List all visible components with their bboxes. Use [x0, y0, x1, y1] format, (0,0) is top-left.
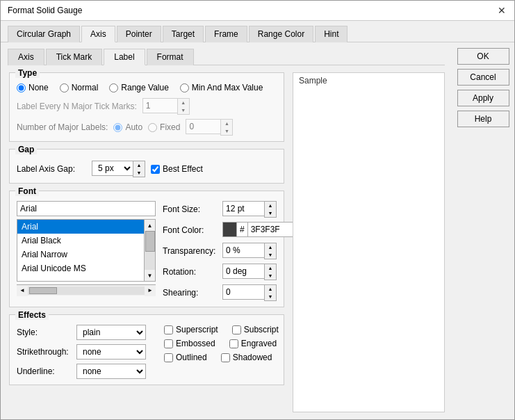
- tab-circular-graph[interactable]: Circular Graph: [8, 26, 80, 42]
- font-scroll-down[interactable]: ▼: [145, 270, 156, 281]
- underline-row: Underline: none single double: [17, 364, 156, 379]
- tab-axis[interactable]: Axis: [81, 26, 115, 42]
- fixed-value-down[interactable]: ▼: [221, 127, 232, 135]
- best-effect-label[interactable]: Best Effect: [151, 164, 220, 174]
- ok-button[interactable]: OK: [457, 48, 509, 65]
- font-size-input[interactable]: [222, 201, 264, 216]
- sub-tab-axis[interactable]: Axis: [8, 49, 44, 65]
- tab-target[interactable]: Target: [163, 26, 204, 42]
- font-area: Arial Arial Black Arial Narrow Arial Uni…: [17, 201, 277, 301]
- radio-range-value-input[interactable]: [109, 83, 118, 92]
- superscript-checkbox[interactable]: [164, 325, 173, 334]
- rotation-down[interactable]: ▼: [265, 272, 276, 280]
- font-size-up[interactable]: ▲: [265, 202, 276, 209]
- fixed-value-input[interactable]: [186, 119, 220, 134]
- radio-min-max-input[interactable]: [180, 83, 189, 92]
- check-row-3: Outlined Shadowed: [164, 353, 279, 362]
- transparency-down[interactable]: ▼: [265, 251, 276, 259]
- sample-label: Sample: [293, 73, 444, 88]
- shearing-up[interactable]: ▲: [265, 285, 276, 293]
- superscript-label[interactable]: Superscript: [164, 325, 218, 334]
- font-item-arial-unicode[interactable]: Arial Unicode MS: [17, 261, 144, 275]
- shearing-input[interactable]: [222, 284, 264, 300]
- embossed-label[interactable]: Embossed: [164, 339, 215, 348]
- side-buttons: OK Cancel Apply Help: [452, 42, 514, 419]
- check-row-1: Superscript Subscript: [164, 325, 279, 334]
- gap-down[interactable]: ▼: [133, 169, 145, 177]
- radio-none[interactable]: None: [17, 83, 49, 92]
- subscript-label[interactable]: Subscript: [232, 325, 279, 334]
- gap-section: Gap Label Axis Gap: 5 px 10 px 15 px: [9, 149, 284, 184]
- radio-auto-input[interactable]: [113, 123, 122, 132]
- rotation-spinners: ▲ ▼: [264, 264, 277, 280]
- font-color-swatch[interactable]: [222, 222, 236, 237]
- radio-range-value[interactable]: Range Value: [109, 83, 169, 92]
- sub-tab-format[interactable]: Format: [147, 49, 194, 65]
- cancel-button[interactable]: Cancel: [457, 69, 509, 86]
- effects-section-title: Effects: [15, 310, 49, 320]
- radio-auto[interactable]: Auto: [113, 122, 142, 132]
- tab-frame[interactable]: Frame: [205, 26, 247, 42]
- embossed-checkbox[interactable]: [164, 339, 173, 348]
- font-hscroll-right[interactable]: ►: [145, 285, 156, 296]
- font-name-input[interactable]: [17, 201, 156, 216]
- font-item-arial[interactable]: Arial: [17, 220, 144, 234]
- label-every-down[interactable]: ▼: [178, 106, 189, 114]
- radio-fixed[interactable]: Fixed: [148, 122, 180, 132]
- font-hscroll-left[interactable]: ◄: [17, 285, 28, 296]
- font-size-down[interactable]: ▼: [265, 209, 276, 217]
- font-section: Font Arial Arial Black Arial Narrow Ari: [9, 191, 284, 307]
- font-item-arial-narrow[interactable]: Arial Narrow: [17, 248, 144, 261]
- tab-range-color[interactable]: Range Color: [249, 26, 313, 42]
- font-color-hash: #: [236, 222, 247, 237]
- outlined-checkbox[interactable]: [164, 353, 173, 362]
- shearing-down[interactable]: ▼: [265, 293, 276, 300]
- underline-select[interactable]: none single double: [76, 364, 146, 379]
- subscript-checkbox[interactable]: [232, 325, 241, 334]
- fixed-value-up[interactable]: ▲: [221, 120, 232, 127]
- font-color-label: Font Color:: [163, 225, 218, 235]
- rotation-up[interactable]: ▲: [265, 264, 276, 272]
- engraved-label[interactable]: Engraved: [229, 339, 277, 348]
- transparency-label: Transparency:: [163, 246, 218, 256]
- radio-normal-input[interactable]: [60, 83, 69, 92]
- style-select[interactable]: plain bold italic bold italic: [76, 325, 146, 340]
- rotation-input[interactable]: [222, 264, 264, 279]
- shearing-input-group: ▲ ▼: [222, 284, 277, 301]
- font-item-arial-black[interactable]: Arial Black: [17, 234, 144, 248]
- label-every-up[interactable]: ▲: [178, 99, 189, 106]
- radio-fixed-input[interactable]: [148, 123, 157, 132]
- font-scroll-up[interactable]: ▲: [145, 220, 156, 231]
- shadowed-checkbox[interactable]: [221, 353, 230, 362]
- radio-normal[interactable]: Normal: [60, 83, 99, 92]
- font-color-hex-input[interactable]: [247, 222, 293, 237]
- label-every-input[interactable]: [142, 98, 177, 113]
- strikethrough-select[interactable]: none single double: [76, 344, 146, 360]
- sub-tab-label[interactable]: Label: [104, 49, 145, 65]
- font-hscroll-track[interactable]: [28, 286, 145, 295]
- outlined-label[interactable]: Outlined: [164, 353, 207, 362]
- font-list: Arial Arial Black Arial Narrow Arial Uni…: [17, 220, 144, 281]
- best-effect-checkbox[interactable]: [151, 165, 160, 174]
- rotation-input-group: ▲ ▼: [222, 264, 277, 280]
- engraved-checkbox[interactable]: [229, 339, 238, 348]
- font-color-input-group: # ▲ ▼: [222, 222, 293, 239]
- font-size-label: Font Size:: [163, 204, 218, 214]
- shadowed-label[interactable]: Shadowed: [221, 353, 272, 362]
- help-button[interactable]: Help: [457, 111, 509, 127]
- sub-tab-tick-mark[interactable]: Tick Mark: [46, 49, 103, 65]
- transparency-up[interactable]: ▲: [265, 243, 276, 251]
- radio-min-max[interactable]: Min And Max Value: [180, 83, 263, 92]
- tab-hint[interactable]: Hint: [315, 26, 348, 42]
- font-scroll-track[interactable]: [145, 231, 155, 270]
- font-hscrollbar[interactable]: ◄ ►: [17, 284, 156, 296]
- transparency-input[interactable]: [222, 243, 264, 258]
- apply-button[interactable]: Apply: [457, 90, 509, 106]
- font-size-spinners: ▲ ▼: [264, 201, 277, 218]
- font-properties: Font Size: ▲ ▼: [163, 201, 293, 301]
- close-button[interactable]: ✕: [496, 5, 507, 16]
- gap-up[interactable]: ▲: [133, 161, 145, 169]
- radio-none-input[interactable]: [17, 83, 26, 92]
- tab-pointer[interactable]: Pointer: [117, 26, 161, 42]
- gap-select[interactable]: 5 px 10 px 15 px: [92, 161, 133, 176]
